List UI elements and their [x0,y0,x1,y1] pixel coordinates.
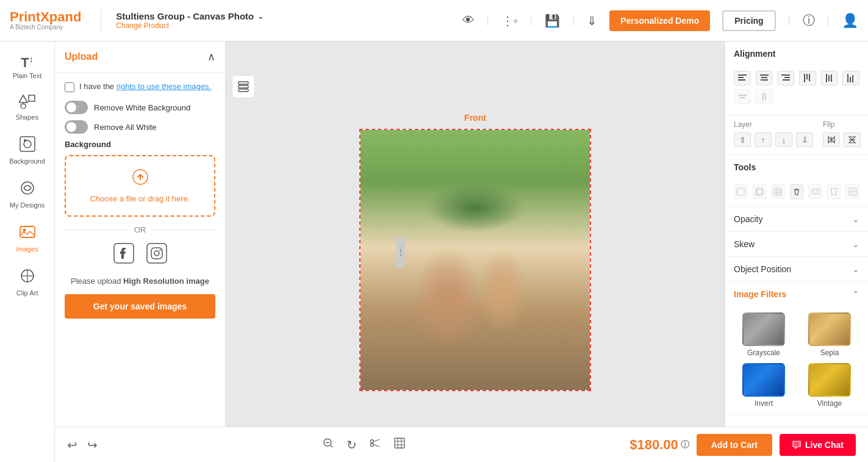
sidebar-item-plain-text[interactable]: T↕ Plain Text [3,49,52,85]
svg-rect-33 [826,74,827,82]
flip-v-btn[interactable] [844,132,861,147]
svg-marker-0 [19,95,27,103]
pricing-button[interactable]: Pricing [722,10,775,31]
upload-header: Upload ∧ [55,42,225,73]
vintage-label: Vintage [817,399,842,408]
share-icon[interactable]: ⋮◦ [501,13,518,28]
canvas-frame[interactable] [359,129,591,391]
sidebar-item-my-designs[interactable]: My Designs [3,173,52,215]
upload-collapse-btn[interactable]: ∧ [207,50,215,63]
logo-print: Print [10,9,40,24]
sidebar-item-clip-art[interactable]: Clip Art [3,261,52,303]
flip-buttons [823,132,861,147]
scissors-icon[interactable] [369,437,381,452]
invert-label: Invert [755,399,773,408]
align-bottom-btn[interactable] [842,71,859,85]
alignment-section: Alignment [725,42,868,115]
tools-section: Tools [725,155,868,207]
svg-marker-45 [831,137,834,143]
skew-row[interactable]: Skew ⌄ [725,232,868,257]
align-top-btn[interactable] [799,71,816,85]
layer-label: Layer [734,120,813,129]
svg-rect-42 [765,93,766,99]
flip-sub: Flip [823,120,861,147]
alignment-grid [725,66,868,115]
svg-point-5 [24,139,26,142]
layer-back-btn[interactable]: ⇩ [796,132,813,147]
add-to-cart-button[interactable]: Add to Cart [697,434,772,456]
tool-delete[interactable] [790,184,804,199]
filter-vintage[interactable]: Vintage [800,363,859,408]
sidebar-item-background[interactable]: Background [3,129,52,171]
alignment-header: Alignment [725,42,868,66]
layers-button[interactable] [232,75,255,98]
demo-button[interactable]: Personalized Demo [609,10,710,31]
upload-dropzone[interactable]: Choose a file or drag it here. [65,155,215,217]
logo-xpand: Xpand [40,9,81,24]
rights-checkbox[interactable] [65,82,74,92]
help-icon[interactable]: ⓘ [803,12,815,29]
svg-rect-34 [828,75,830,81]
layer-buttons: ⇧ ↑ ↓ ⇩ [734,132,813,147]
invert-thumb [742,363,785,397]
alignment-row-2 [734,89,859,104]
header-tools: 👁 | ⋮◦ | 💾 | ⇓ Personalized Demo Pricing… [462,10,859,31]
remove-all-white-toggle[interactable] [65,120,88,134]
svg-rect-51 [757,189,762,194]
grid-icon[interactable] [393,437,406,452]
rotate-icon[interactable]: ↻ [346,438,357,452]
undo-icon[interactable]: ↩ [67,438,77,452]
saved-images-button[interactable]: Get your saved images [65,294,215,319]
svg-rect-27 [781,74,790,76]
price-info-icon[interactable]: ⓘ [681,439,689,450]
align-center-h-btn[interactable] [756,71,773,85]
filter-invert[interactable]: Invert [734,363,794,408]
align-middle-v-btn[interactable] [821,71,838,85]
layer-up-btn[interactable]: ↑ [755,132,772,147]
align-disabled-2 [756,89,773,104]
zoom-out-icon[interactable] [322,437,334,452]
object-position-row[interactable]: Object Position ⌄ [725,257,868,282]
svg-rect-49 [737,188,744,195]
right-panel: Alignment [725,42,868,462]
remove-white-bg-toggle[interactable] [65,101,88,114]
svg-point-67 [370,444,373,447]
svg-point-6 [21,182,34,194]
tools-row [725,179,868,206]
skew-label: Skew [734,239,755,249]
filter-grayscale[interactable]: Grayscale [734,312,794,357]
live-chat-button[interactable]: Live Chat [780,434,856,456]
layer-down-btn[interactable]: ↓ [775,132,792,147]
object-position-label: Object Position [734,264,791,274]
upload-title: Upload [65,51,98,62]
align-right-btn[interactable] [777,71,794,85]
sidebar-item-images[interactable]: Images [3,217,52,259]
flip-h-btn[interactable] [823,132,840,147]
high-res-bold: High Resolution image [123,276,209,286]
svg-rect-28 [784,77,790,78]
change-product-link[interactable]: Change Product [116,21,264,30]
image-filters-header[interactable]: Image Filters ⌃ [725,282,868,306]
align-left-btn[interactable] [734,71,751,85]
sidebar-item-shapes[interactable]: Shapes [3,88,52,127]
rights-link[interactable]: rights to use these images. [117,82,211,91]
tool-2 [753,184,767,199]
user-icon[interactable]: 👤 [842,13,858,29]
facebook-icon[interactable] [113,243,134,268]
right-collapse-handle[interactable]: ⋮ [396,237,405,267]
svg-rect-52 [774,188,781,195]
instagram-icon[interactable] [146,243,167,268]
download-icon[interactable]: ⇓ [587,13,597,28]
layer-front-btn[interactable]: ⇧ [734,132,751,147]
product-name[interactable]: Stultiens Group - Canvas Photo ⌄ [116,11,264,21]
skew-chevron: ⌄ [852,239,859,249]
left-sidebar: T↕ Plain Text Shapes Background [0,42,55,462]
filter-sepia[interactable]: Sepia [800,312,859,357]
opacity-row[interactable]: Opacity ⌄ [725,207,868,232]
layer-sub: Layer ⇧ ↑ ↓ ⇩ [734,120,813,147]
save-icon[interactable]: 💾 [545,13,560,28]
redo-icon[interactable]: ↪ [87,438,98,452]
preview-icon[interactable]: 👁 [462,13,475,27]
svg-rect-30 [804,74,805,82]
svg-rect-7 [20,226,35,237]
